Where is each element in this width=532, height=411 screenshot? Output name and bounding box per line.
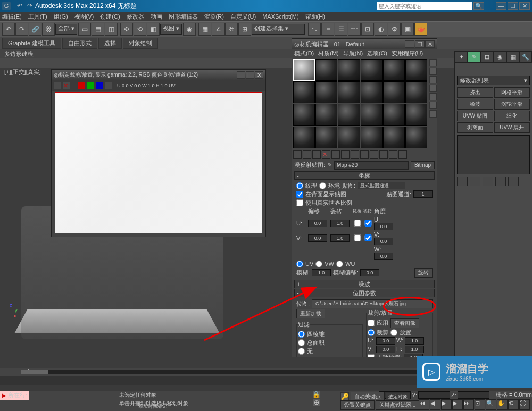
mirror-icon[interactable]: ⇋ [308,23,321,36]
zoom-extents-icon[interactable]: ⊡ [475,399,485,410]
matedit-menu-nav[interactable]: 导航(N) [343,49,363,58]
rollout-noise-header[interactable]: +噪波 [294,280,435,288]
add-time-tag-label[interactable]: 添加时间标记 [138,403,167,410]
reload-button[interactable]: 重新加载 [296,309,325,318]
modifier-stack[interactable] [457,135,530,174]
menu-customize[interactable]: 自定义(U) [230,13,256,21]
make-unique-icon[interactable] [341,150,350,159]
material-slot[interactable] [315,104,337,125]
show-on-back-checkbox[interactable] [296,191,303,198]
menu-rendering[interactable]: 渲染(R) [204,13,224,21]
keymode-icon[interactable]: 🔑 [340,392,349,401]
ribbon-tab-graphite[interactable]: Graphite 建模工具 [2,38,61,49]
material-slot[interactable] [315,59,337,81]
material-slot[interactable] [293,59,315,81]
matedit-menu-utils[interactable]: 实用程序(U) [392,49,423,58]
w-angle-spinner[interactable]: 0.0 [374,253,393,260]
matedit-min-button[interactable]: — [405,40,414,48]
mod-peel-button[interactable]: 剥离面 [457,122,493,133]
modifier-list-dropdown[interactable]: 修改器列表▾ [457,76,530,85]
rotate-icon[interactable]: ⟲ [134,23,146,36]
link-icon[interactable]: 🔗 [29,23,41,36]
menu-graph-editors[interactable]: 图形编辑器 [169,13,198,21]
material-slot[interactable] [383,59,405,81]
mod-tessellate-button[interactable]: 细化 [494,111,530,121]
map-channel-type-dropdown[interactable]: 显式贴图通道 [358,182,405,189]
material-slot[interactable] [338,81,360,103]
pin-stack-icon[interactable] [457,177,468,186]
material-slot[interactable] [361,127,383,148]
viewport-label[interactable]: [+][正交][真实] [4,68,41,76]
matedit-max-button[interactable]: ☐ [415,40,425,48]
quick-redo-icon[interactable]: ↷ [25,2,35,10]
u-tile-checkbox[interactable] [363,220,373,227]
environ-radio[interactable] [319,182,326,189]
filter-sum-radio[interactable] [298,339,305,346]
mod-meshsmooth-button[interactable]: 网格平滑 [494,87,530,98]
percent-snap-icon[interactable]: % [225,23,238,36]
pan-icon[interactable]: ✋ [497,399,508,410]
make-copy-icon[interactable] [331,150,340,159]
matedit-close-button[interactable]: ✕ [425,40,435,48]
search-icon[interactable]: 🔍 [473,2,484,10]
uv-radio[interactable] [296,261,303,267]
menu-tools[interactable]: 工具(T) [28,13,47,21]
crop-w-spinner[interactable]: 1.0 [405,337,424,345]
channel-g-icon[interactable] [87,82,94,89]
max-button[interactable]: ☐ [508,2,518,10]
modify-tab-icon[interactable]: ✎ [468,51,480,63]
channel-r-icon[interactable] [78,82,85,89]
rollout-coordinates-header[interactable]: -坐标 [294,171,435,180]
menu-edit[interactable]: 编辑(E) [2,13,22,21]
curve-editor-icon[interactable]: 〰 [348,23,361,36]
layers-icon[interactable]: ☰ [335,23,347,36]
schematic-icon[interactable]: ⊡ [361,23,374,36]
put-to-library-icon[interactable] [351,150,359,159]
crop-min-button[interactable]: — [237,71,245,79]
ribbon-panel-polymodel[interactable]: 多边形建模 [4,50,34,58]
blur-offset-spinner[interactable]: 0.0 [360,269,379,276]
select-region-icon[interactable]: ◫ [105,23,118,36]
bitmap-path-button[interactable]: C:\Users\Administrator\Desktop\大理石.jpg [312,299,433,308]
filter-none-radio[interactable] [298,348,305,355]
background-icon[interactable] [429,76,437,83]
blur-spinner[interactable]: 1.0 [312,269,331,276]
remove-mod-icon[interactable] [495,177,506,186]
keytarget-dropdown[interactable]: 选定对象 [386,393,410,400]
view-image-button[interactable]: 查看图像 [390,318,419,328]
ribbon-tab-selection[interactable]: 选择 [98,38,122,49]
play-icon[interactable]: ▶ [441,399,452,410]
make-unique-stack-icon[interactable] [483,177,493,186]
wu-radio[interactable] [336,261,343,267]
motion-tab-icon[interactable]: ◉ [494,51,506,63]
align-icon[interactable]: ⊫ [321,23,334,36]
v-mirror-checkbox[interactable] [353,234,362,241]
go-parent-icon[interactable] [389,150,397,159]
make-preview-icon[interactable] [429,102,437,109]
unlink-icon[interactable]: ⛓ [42,23,55,36]
help-search-input[interactable] [377,2,472,10]
show-end-icon[interactable] [470,177,480,186]
video-color-icon[interactable] [429,93,437,100]
snap-icon[interactable]: ▦ [198,23,211,36]
crop-close-button[interactable]: ✕ [255,71,263,79]
menu-help[interactable]: 帮助(H) [305,13,325,21]
material-slot[interactable] [293,81,315,103]
options-icon[interactable] [429,110,437,118]
place-radio[interactable] [390,329,397,336]
save-image-icon[interactable] [54,82,61,89]
map-name-field[interactable] [334,161,409,170]
sample-type-icon[interactable] [429,59,437,66]
filter-pyramid-radio[interactable] [298,331,305,338]
add-time-tag-icon[interactable]: ⊕ [313,399,320,406]
angle-snap-icon[interactable]: ∠ [212,23,225,36]
keyfilter-button[interactable]: 关键点过滤器... [376,400,419,410]
move-icon[interactable]: ✣ [120,23,133,36]
v-angle-spinner[interactable]: 0.0 [374,238,393,245]
crop-radio[interactable] [368,329,375,336]
mod-unwrap-button[interactable]: UVW 展开 [494,122,530,133]
render-icon[interactable]: 🫖 [414,23,427,36]
material-slot[interactable] [338,127,360,148]
min-button[interactable]: — [496,2,506,10]
material-slot[interactable] [383,81,405,103]
